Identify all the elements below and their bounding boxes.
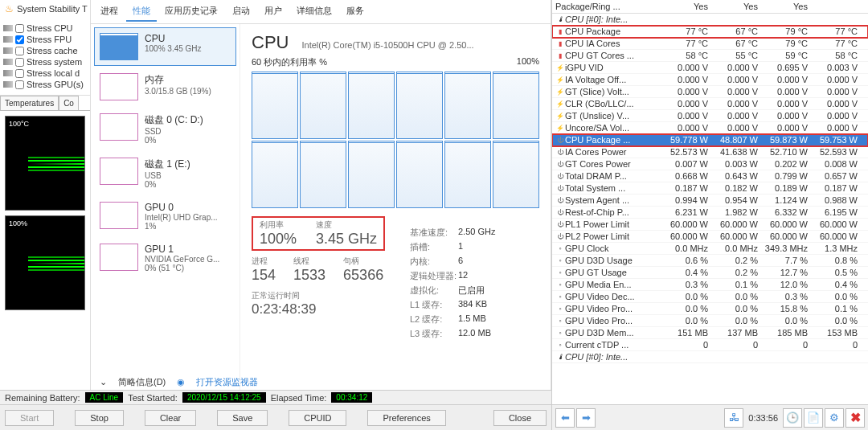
sensor-row[interactable]: ◦GPU GT Usage0.4 %0.2 %12.7 %0.5 % bbox=[552, 267, 868, 279]
open-resmon-link[interactable]: 打开资源监视器 bbox=[196, 376, 258, 388]
thumb-graph bbox=[100, 33, 138, 60]
flame-icon: ♨ bbox=[5, 3, 14, 14]
core-graph-9 bbox=[396, 141, 443, 208]
sensor-row[interactable]: System Agent ...0.994 W0.954 W1.124 W0.9… bbox=[552, 195, 868, 207]
sensor-row[interactable]: CPU IA Cores77 °C67 °C79 °C77 °C bbox=[552, 38, 868, 50]
preferences-button[interactable]: Preferences bbox=[367, 410, 445, 426]
tm-tab-0[interactable]: 进程 bbox=[94, 2, 125, 22]
clear-button[interactable]: Clear bbox=[145, 410, 196, 426]
start-button[interactable]: Start bbox=[5, 410, 54, 426]
core-graph-3 bbox=[396, 72, 443, 139]
sensor-row[interactable]: GT Cores Power0.007 W0.003 W0.202 W0.008… bbox=[552, 158, 868, 170]
save-button[interactable]: Save bbox=[217, 410, 268, 426]
tm-tab-3[interactable]: 启动 bbox=[226, 2, 256, 22]
sensor-row[interactable]: CPU Package77 °C67 °C79 °C77 °C bbox=[552, 26, 868, 38]
cpu-title: CPU bbox=[252, 32, 289, 53]
sensor-row[interactable]: PL1 Power Limit60.000 W60.000 W60.000 W6… bbox=[552, 219, 868, 231]
sst-tabs[interactable]: Temperatures Co bbox=[0, 96, 90, 111]
thumb-graph bbox=[100, 158, 138, 185]
sensor-row[interactable]: CPU GT Cores ...58 °C55 °C59 °C58 °C bbox=[552, 50, 868, 62]
sensor-row[interactable]: CPU Package ...59.778 W48.807 W59.873 W5… bbox=[552, 134, 868, 146]
sensor-row[interactable]: Total System ...0.187 W0.182 W0.189 W0.1… bbox=[552, 182, 868, 195]
cpuid-button[interactable]: CPUID bbox=[289, 410, 346, 426]
bolt-icon bbox=[555, 124, 565, 132]
sensor-row[interactable]: IA Voltage Off...0.000 V0.000 V0.000 V0.… bbox=[552, 74, 868, 86]
close-icon[interactable]: ✖ bbox=[845, 408, 865, 428]
tm-sidebar[interactable]: CPU100% 3.45 GHz内存3.0/15.8 GB (19%)磁盘 0 … bbox=[91, 24, 240, 430]
sensor-row[interactable]: ◦GPU Video Dec...0.0 %0.0 %0.3 %0.0 % bbox=[552, 291, 868, 303]
sensor-row[interactable]: CLR (CBo/LLC/...0.000 V0.000 V0.000 V0.0… bbox=[552, 98, 868, 110]
tm-side-4[interactable]: GPU 0Intel(R) UHD Grap...1% bbox=[94, 196, 236, 236]
tm-side-5[interactable]: GPU 1NVIDIA GeForce G...0% (51 °C) bbox=[94, 238, 236, 278]
clock-icon[interactable]: 🕒 bbox=[783, 408, 802, 428]
chip-icon bbox=[3, 70, 13, 76]
sensor-section[interactable]: 🌡CPU [#0]: Inte... bbox=[552, 14, 868, 26]
sensor-row[interactable]: ◦GPU D3D Mem...151 MB137 MB185 MB153 MB bbox=[552, 327, 868, 339]
core-graph-8 bbox=[348, 141, 395, 208]
sensor-row[interactable]: IA Cores Power52.573 W41.638 W52.710 W52… bbox=[552, 146, 868, 158]
thermometer-icon bbox=[555, 27, 565, 35]
arrow-left-icon[interactable]: ⬅ bbox=[555, 408, 575, 428]
power-icon bbox=[555, 160, 565, 168]
sensor-row[interactable]: PL2 Power Limit60.000 W60.000 W60.000 W6… bbox=[552, 231, 868, 243]
stress-check-stress-cpu[interactable]: Stress CPU bbox=[3, 23, 87, 34]
stress-check-stress-system[interactable]: Stress system bbox=[3, 56, 87, 68]
tm-tab-4[interactable]: 用户 bbox=[258, 2, 289, 22]
sensor-row[interactable]: ◦Current cTDP ...0000 bbox=[552, 339, 868, 351]
simple-info-bar: ⌄ 简略信息(D) ◉ 打开资源监视器 bbox=[100, 376, 258, 388]
bolt-icon bbox=[555, 63, 565, 72]
sensor-row[interactable]: ◦GPU D3D Usage0.6 %0.2 %7.7 %0.8 % bbox=[552, 255, 868, 267]
bolt-icon bbox=[555, 76, 565, 84]
tab-temperatures[interactable]: Temperatures bbox=[0, 96, 59, 110]
stress-check-stress-local-d[interactable]: Stress local d bbox=[3, 68, 87, 79]
sensor-row[interactable]: Rest-of-Chip P...6.231 W1.982 W6.332 W6.… bbox=[552, 207, 868, 219]
sensor-row[interactable]: ◦GPU Video Pro...0.0 %0.0 %15.8 %0.1 % bbox=[552, 303, 868, 315]
tm-side-1[interactable]: 内存3.0/15.8 GB (19%) bbox=[94, 68, 236, 106]
sensor-header[interactable]: Package/Ring ... Yes Yes Yes bbox=[552, 0, 868, 14]
sensor-row[interactable]: Total DRAM P...0.668 W0.643 W0.799 W0.65… bbox=[552, 170, 868, 182]
network-icon[interactable]: 🖧 bbox=[724, 408, 743, 428]
chip-icon bbox=[3, 59, 13, 65]
stress-check-stress-fpu[interactable]: Stress FPU bbox=[3, 34, 87, 45]
tm-side-2[interactable]: 磁盘 0 (C: D:)SSD0% bbox=[94, 108, 236, 150]
chevron-down-icon[interactable]: ⌄ bbox=[100, 377, 107, 387]
gear-icon[interactable]: ⚙ bbox=[825, 408, 844, 428]
thermometer-icon bbox=[555, 51, 565, 59]
sensor-row[interactable]: ◦GPU Clock0.0 MHz0.0 MHz349.3 MHz1.3 MHz bbox=[552, 243, 868, 255]
arrow-right-icon[interactable]: ➡ bbox=[576, 408, 596, 428]
sensor-row[interactable]: iGPU VID0.000 V0.000 V0.695 V0.003 V bbox=[552, 62, 868, 74]
stress-check-stress-cache[interactable]: Stress cache bbox=[3, 45, 87, 56]
log-icon[interactable]: 📄 bbox=[804, 408, 823, 428]
stress-check-stress-gpu(s)[interactable]: Stress GPU(s) bbox=[3, 79, 87, 90]
chip-icon bbox=[3, 47, 13, 54]
thumb-graph bbox=[100, 202, 138, 229]
sensor-row[interactable]: GT (Unslice) V...0.000 V0.000 V0.000 V0.… bbox=[552, 110, 868, 122]
tab-co[interactable]: Co bbox=[59, 96, 79, 110]
sensor-section[interactable]: 🌡CPU [#0]: Inte... bbox=[552, 351, 868, 363]
sensor-row[interactable]: ◦GPU Video Pro...0.0 %0.0 %0.0 %0.0 % bbox=[552, 315, 868, 327]
close-button[interactable]: Close bbox=[493, 410, 547, 426]
sensor-row[interactable]: GT (Slice) Volt...0.000 V0.000 V0.000 V0… bbox=[552, 86, 868, 98]
thumb-graph bbox=[100, 113, 138, 141]
core-graph-7 bbox=[300, 141, 346, 208]
tm-side-0[interactable]: CPU100% 3.45 GHz bbox=[94, 27, 236, 66]
power-icon bbox=[555, 172, 565, 180]
sensor-list[interactable]: 🌡CPU [#0]: Inte...CPU Package77 °C67 °C7… bbox=[552, 14, 868, 404]
sensor-row[interactable]: Uncore/SA Vol...0.000 V0.000 V0.000 V0.0… bbox=[552, 122, 868, 134]
chip-icon bbox=[3, 36, 13, 43]
tm-tab-6[interactable]: 服务 bbox=[340, 2, 371, 22]
core-graph-2 bbox=[348, 72, 395, 139]
tm-main: CPUIntel(R) Core(TM) i5-10500H CPU @ 2.5… bbox=[240, 24, 551, 430]
core-graph-4 bbox=[444, 72, 491, 139]
sst-status-bar: Remaining Battery: AC Line Test Started:… bbox=[0, 390, 551, 404]
chip-icon bbox=[3, 25, 13, 31]
tm-side-3[interactable]: 磁盘 1 (E:)USB0% bbox=[94, 152, 236, 195]
sensor-row[interactable]: ◦GPU Media En...0.3 %0.1 %12.0 %0.4 % bbox=[552, 279, 868, 291]
tm-tab-5[interactable]: 详细信息 bbox=[290, 2, 338, 22]
power-icon bbox=[555, 232, 565, 240]
tm-tab-2[interactable]: 应用历史记录 bbox=[158, 2, 224, 22]
power-icon bbox=[555, 184, 565, 192]
tm-tab-1[interactable]: 性能 bbox=[126, 2, 157, 22]
stop-button[interactable]: Stop bbox=[75, 410, 124, 426]
tm-tabs[interactable]: 进程性能应用历史记录启动用户详细信息服务 bbox=[91, 0, 551, 24]
